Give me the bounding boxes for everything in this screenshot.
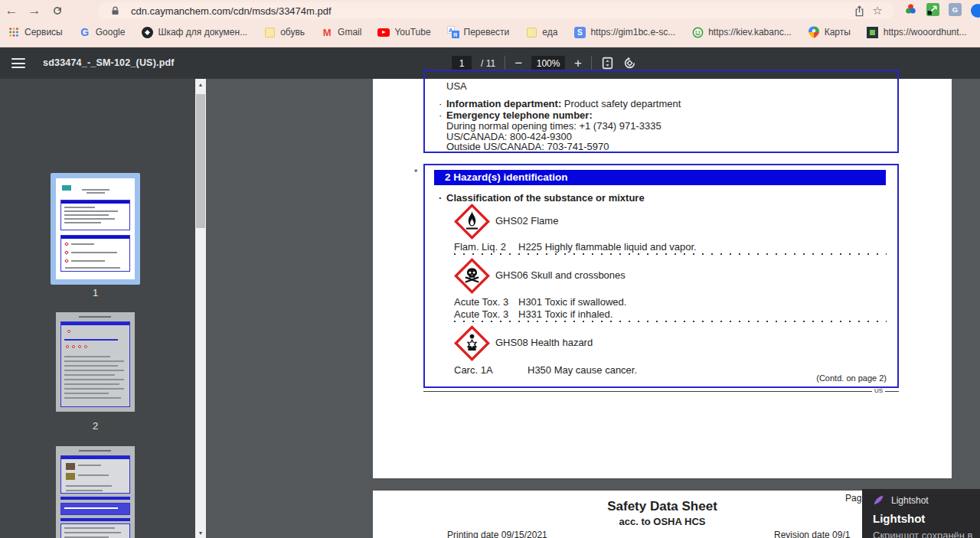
section2-header: 2 Hazard(s) identification	[434, 170, 886, 185]
bookmark-wooordhunt[interactable]: https://wooordhunt...	[867, 26, 967, 38]
google-g-icon: G	[79, 26, 91, 38]
yellow-note-icon	[525, 26, 537, 38]
dark-badge-icon	[141, 26, 153, 38]
gmail-icon: M	[321, 26, 333, 38]
svg-text:G: G	[952, 5, 958, 14]
pictogram-label: GHS06 Skull and crossbones	[495, 269, 626, 281]
browser-window: ← → cdn.caymanchem.com/cdn/msds/33474m.p…	[0, 0, 980, 538]
bookmark-kabanchik[interactable]: https://kiev.kabanc...	[691, 26, 792, 38]
pdf-document-title: sd33474_-_SM-102_(US).pdf	[43, 57, 175, 68]
green-smiley-icon	[691, 26, 704, 38]
forward-button[interactable]: →	[23, 2, 46, 20]
bookmark-maps[interactable]: Карты	[808, 26, 851, 38]
zoom-in-button[interactable]: +	[574, 57, 582, 70]
ghs08-health-hazard-pictogram	[454, 325, 490, 361]
sds-country: USA	[446, 80, 467, 92]
bookmark-google[interactable]: G Google	[79, 26, 126, 38]
translate-extension-icon[interactable]: G	[949, 3, 962, 19]
toolbar-divider	[591, 56, 592, 71]
zoom-out-button[interactable]: −	[514, 57, 522, 70]
revision-date: Revision date 09/1	[774, 530, 850, 538]
sds-info-line: During normal opening times: +1 (734) 97…	[446, 120, 662, 132]
ghs02-flame-pictogram	[454, 204, 490, 240]
page-count-label: / 11	[481, 58, 495, 69]
ghs06-skull-pictogram	[454, 258, 490, 294]
blue-s-icon: S	[573, 26, 586, 38]
arrow-square-extension-icon[interactable]	[926, 3, 939, 19]
hazard-row: Acute Tox. 3H331 Toxic if inhaled.	[454, 308, 612, 320]
sds-info-line: ·Emergency telephone number:	[446, 109, 593, 121]
apps-grid-icon	[8, 26, 20, 38]
sds-info-line: ·Information department: Product safety …	[446, 98, 681, 109]
notification-message: Скриншот сохранён в	[873, 530, 972, 538]
rotate-button[interactable]	[623, 57, 636, 70]
fit-page-button[interactable]	[601, 57, 614, 70]
thumbnail-sidebar: 1 2	[0, 79, 195, 538]
printing-date: Printing date 09/15/2021	[447, 530, 547, 538]
thumbnail-page-3[interactable]	[56, 446, 135, 538]
bookmark-gmail[interactable]: M Gmail	[321, 26, 361, 38]
classification-subheading: ·Classification of the substance or mixt…	[446, 192, 645, 204]
reload-icon	[51, 5, 64, 17]
feather-icon	[873, 494, 884, 506]
padlock-icon	[106, 3, 124, 18]
hazard-row: Carc. 1AH350 May cause cancer.	[454, 364, 637, 376]
thumbnail-number: 1	[56, 287, 135, 298]
thumbnail-page-1[interactable]	[56, 178, 135, 279]
thumbnail-page-2[interactable]	[56, 312, 135, 412]
bookmark-gim1bc[interactable]: S https://gim1bc.e-sc...	[573, 26, 675, 38]
color-circles-extension-icon[interactable]	[904, 3, 917, 18]
dotted-divider	[454, 253, 887, 255]
sidebar-scrollbar[interactable]: ▲ ▼	[195, 79, 206, 538]
dotted-divider	[454, 321, 887, 322]
thumbnail-number: 2	[56, 420, 135, 432]
bookmark-shkaf[interactable]: Шкаф для докумен...	[141, 26, 247, 38]
notification-title: Lightshot	[873, 512, 925, 525]
section-change-marker: *	[414, 168, 417, 177]
hazard-row: Flam. Liq. 2H225 Highly flammable liquid…	[454, 241, 697, 253]
scroll-up-arrow[interactable]: ▲	[195, 79, 206, 90]
clipped-extension-icon[interactable]	[971, 4, 980, 18]
page-number-input[interactable]: 1	[452, 56, 472, 70]
bookmark-eda[interactable]: еда	[525, 26, 557, 38]
address-bar[interactable]: cdn.caymanchem.com/cdn/msds/33474m.pdf ☆	[98, 2, 894, 19]
sds-info-line: Outside US/CANADA: 703-741-5970	[446, 141, 609, 152]
lightshot-notification[interactable]: Lightshot Lightshot Скриншот сохранён в	[862, 489, 980, 538]
notification-app-name: Lightshot	[891, 495, 929, 506]
bookmark-services[interactable]: Сервисы	[8, 26, 63, 38]
region-marker: US	[423, 388, 899, 394]
pictogram-label: GHS08 Health hazard	[495, 337, 593, 348]
url-text: cdn.caymanchem.com/cdn/msds/33474m.pdf	[131, 5, 850, 17]
bookmark-youtube[interactable]: YouTube	[377, 26, 430, 38]
pictogram-label: GHS02 Flame	[495, 215, 558, 227]
navigation-row: ← → cdn.caymanchem.com/cdn/msds/33474m.p…	[0, 0, 980, 21]
menu-icon[interactable]	[11, 58, 25, 68]
bookmarks-bar: Сервисы G Google Шкаф для докумен... обу…	[0, 21, 980, 43]
reload-button[interactable]	[46, 2, 69, 20]
hazard-row: Acute Tox. 3H301 Toxic if swallowed.	[454, 296, 626, 308]
notification-header: Lightshot	[873, 494, 929, 506]
share-icon[interactable]	[850, 3, 868, 18]
browser-chrome: ← → cdn.caymanchem.com/cdn/msds/33474m.p…	[0, 0, 980, 47]
yellow-note-icon	[263, 26, 276, 38]
thumb-logo	[62, 185, 71, 191]
green-square-icon	[867, 26, 879, 38]
extensions-row: G	[904, 2, 977, 19]
back-button[interactable]: ←	[0, 2, 23, 20]
bookmark-obuv[interactable]: обувь	[263, 26, 305, 38]
bookmark-translate[interactable]: AЯ Перевести	[447, 26, 510, 38]
maps-pin-icon	[808, 26, 820, 38]
scrollbar-thumb[interactable]	[196, 94, 205, 228]
bookmark-star-icon[interactable]: ☆	[868, 3, 887, 18]
toolbar-divider	[505, 56, 505, 71]
continued-note: (Contd. on page 2)	[816, 373, 887, 383]
scroll-down-arrow[interactable]: ▼	[195, 527, 206, 538]
translate-icon: AЯ	[447, 26, 459, 38]
pdf-page-1: USA ·Information department: Product saf…	[373, 79, 952, 478]
zoom-level-display: 100%	[531, 56, 565, 70]
sds-section2-box: 2 Hazard(s) identification ·Classificati…	[423, 164, 899, 388]
youtube-icon	[377, 26, 390, 38]
